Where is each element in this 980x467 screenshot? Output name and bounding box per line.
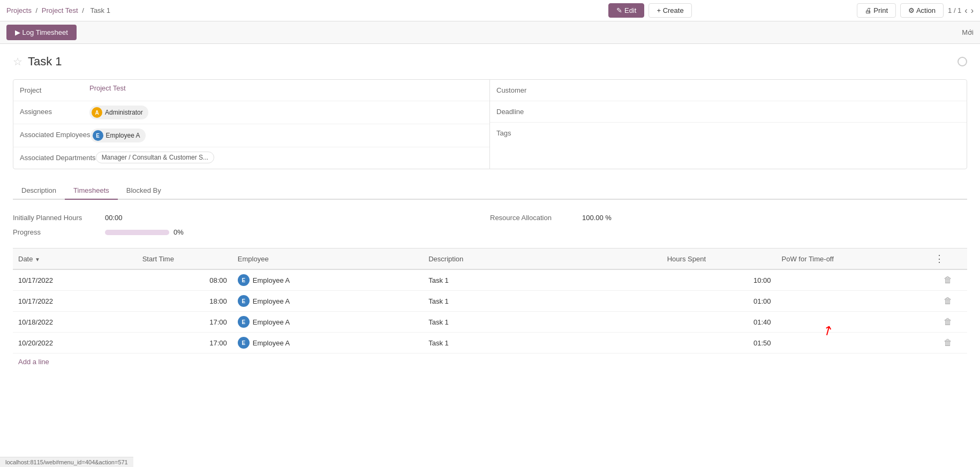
customer-row: Customer — [490, 80, 967, 101]
edit-button[interactable]: ✎ Edit — [608, 3, 644, 18]
table-container: Date ▼ Start Time Employee Description H… — [13, 248, 967, 370]
form-right: Customer Deadline Tags — [490, 80, 967, 169]
assignees-row: Assignees A Administrator — [13, 101, 489, 124]
tags-label: Tags — [496, 127, 566, 137]
delete-row-2-button[interactable]: 🗑 — [944, 317, 952, 327]
resource-allocation-label: Resource Allocation — [490, 214, 576, 222]
customer-label: Customer — [496, 84, 566, 94]
cell-pow-2 — [777, 312, 929, 333]
print-button[interactable]: 🖨 Print — [857, 3, 896, 18]
cell-employee-2: E Employee A — [232, 312, 423, 333]
table-row[interactable]: 10/20/2022 17:00 E Employee A Task 1 01:… — [13, 333, 967, 353]
initially-planned-label: Initially Planned Hours — [13, 214, 99, 222]
date-sort-icon: ▼ — [35, 257, 40, 262]
resource-allocation-value[interactable]: 100.00 % — [582, 214, 612, 222]
emp-name-3: Employee A — [253, 339, 290, 347]
add-line[interactable]: Add a line — [13, 353, 55, 370]
th-start-time[interactable]: Start Time — [137, 248, 232, 270]
cell-description-1: Task 1 — [423, 291, 662, 312]
cell-date-0: 10/17/2022 — [13, 269, 137, 291]
delete-row-1-button[interactable]: 🗑 — [944, 296, 952, 306]
initially-planned-value[interactable]: 00:00 — [105, 214, 123, 222]
emp-avatar-0: E — [238, 274, 250, 286]
th-menu: ⋮ — [929, 248, 967, 270]
tags-row: Tags — [490, 123, 967, 144]
tab-blocked-by[interactable]: Blocked By — [118, 182, 170, 200]
emp-avatar-1: E — [238, 295, 250, 307]
assoc-departments-label: Associated Departments — [20, 152, 96, 162]
cell-pow-0 — [777, 269, 929, 291]
task-title: Task 1 — [28, 55, 62, 69]
cell-hours-0: 10:00 — [662, 269, 777, 291]
table-row[interactable]: 10/18/2022 17:00 E Employee A Task 1 01:… — [13, 312, 967, 333]
project-label: Project — [20, 84, 89, 94]
action-button[interactable]: ⚙ Action — [900, 3, 944, 18]
pagination-text: 1 / 1 — [948, 6, 961, 14]
progress-bar — [105, 230, 169, 235]
ts-fields-grid: Initially Planned Hours 00:00 Progress 0… — [13, 210, 967, 239]
cell-pow-3 — [777, 333, 929, 353]
cell-starttime-3: 17:00 — [137, 333, 232, 353]
form-grid: Project Project Test Assignees A Adminis… — [13, 79, 967, 169]
cell-date-3: 10/20/2022 — [13, 333, 137, 353]
tab-timesheets[interactable]: Timesheets — [65, 182, 118, 200]
assignees-value: A Administrator — [89, 106, 483, 119]
admin-avatar: A — [92, 107, 102, 118]
new-badge: Mới — [962, 28, 974, 36]
cell-hours-3: 01:50 — [662, 333, 777, 353]
delete-row-3-button[interactable]: 🗑 — [944, 338, 952, 348]
deadline-row: Deadline — [490, 101, 967, 123]
cell-employee-1: E Employee A — [232, 291, 423, 312]
top-bar: Projects / Project Test / Task 1 ✎ Edit … — [0, 0, 980, 21]
breadcrumb-task: Task 1 — [90, 6, 110, 14]
emp-name-2: Employee A — [253, 318, 290, 326]
th-description[interactable]: Description — [423, 248, 662, 270]
cell-description-3: Task 1 — [423, 333, 662, 353]
assignee-badge-admin[interactable]: A Administrator — [89, 106, 148, 119]
dept-badge[interactable]: Manager / Consultan & Customer S... — [96, 152, 214, 163]
progress-row: Progress 0% — [13, 225, 490, 239]
cell-delete-3: 🗑 — [929, 333, 967, 353]
prev-button[interactable]: ‹ — [964, 6, 967, 16]
table-row[interactable]: 10/17/2022 18:00 E Employee A Task 1 01:… — [13, 291, 967, 312]
emp-name-1: Employee A — [253, 297, 290, 305]
page-content: ☆ Task 1 Project Project Test Assignees … — [0, 44, 980, 381]
cell-delete-0: 🗑 — [929, 269, 967, 291]
project-value[interactable]: Project Test — [89, 84, 483, 92]
project-row: Project Project Test — [13, 80, 489, 101]
initially-planned-row: Initially Planned Hours 00:00 — [13, 210, 490, 225]
table-body: 10/17/2022 08:00 E Employee A Task 1 10:… — [13, 269, 967, 353]
form-left: Project Project Test Assignees A Adminis… — [13, 80, 490, 169]
timesheets-content: Initially Planned Hours 00:00 Progress 0… — [13, 210, 967, 370]
progress-bar-wrap: 0% — [105, 228, 184, 236]
cell-employee-3: E Employee A — [232, 333, 423, 353]
delete-row-0-button[interactable]: 🗑 — [944, 275, 952, 285]
tab-description[interactable]: Description — [13, 182, 65, 200]
emp-avatar-2: E — [238, 316, 250, 328]
cell-starttime-1: 18:00 — [137, 291, 232, 312]
assoc-employees-row: Associated Employees E Employee A — [13, 124, 489, 147]
progress-value: 0% — [174, 228, 184, 236]
assoc-departments-value: Manager / Consultan & Customer S... — [96, 152, 483, 163]
breadcrumb: Projects / Project Test / Task 1 — [6, 6, 604, 14]
assoc-employee-badge[interactable]: E Employee A — [91, 129, 146, 142]
breadcrumb-projects[interactable]: Projects — [6, 6, 32, 14]
th-pow[interactable]: PoW for Time-off — [777, 248, 929, 270]
cell-employee-0: E Employee A — [232, 269, 423, 291]
cell-date-2: 10/18/2022 — [13, 312, 137, 333]
ts-left-fields: Initially Planned Hours 00:00 Progress 0… — [13, 210, 490, 239]
next-button[interactable]: › — [971, 6, 974, 16]
timesheets-table: Date ▼ Start Time Employee Description H… — [13, 248, 967, 353]
breadcrumb-project-test[interactable]: Project Test — [42, 6, 78, 14]
star-icon[interactable]: ☆ — [13, 55, 22, 68]
assoc-employees-value: E Employee A — [91, 129, 483, 142]
log-timesheet-button[interactable]: ▶ Log Timesheet — [6, 25, 77, 40]
th-hours-spent[interactable]: Hours Spent — [662, 248, 777, 270]
th-date[interactable]: Date ▼ — [13, 248, 137, 270]
table-menu-icon[interactable]: ⋮ — [934, 253, 944, 264]
cell-starttime-0: 08:00 — [137, 269, 232, 291]
status-circle[interactable] — [958, 57, 967, 66]
th-employee[interactable]: Employee — [232, 248, 423, 270]
create-button[interactable]: + Create — [649, 3, 691, 18]
table-row[interactable]: 10/17/2022 08:00 E Employee A Task 1 10:… — [13, 269, 967, 291]
